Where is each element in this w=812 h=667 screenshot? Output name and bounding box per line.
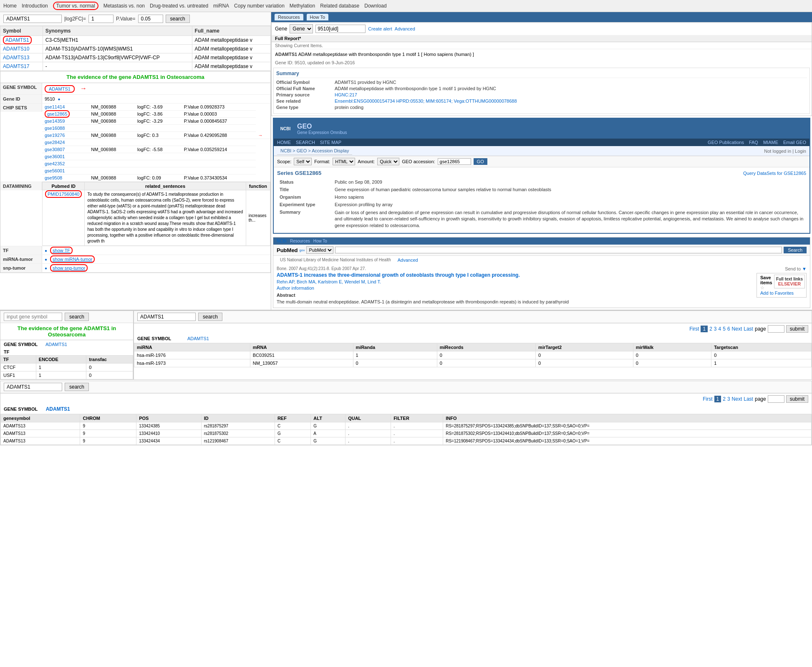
advanced-link[interactable]: Advanced xyxy=(395,26,415,31)
datamining-label: DATAMINING xyxy=(0,182,42,190)
gene-search-input[interactable] xyxy=(3,15,62,23)
gse16088-link[interactable]: gse16088 xyxy=(45,126,65,131)
snp-page-last[interactable]: Last xyxy=(744,396,753,402)
nav-introduction[interactable]: Introduction xyxy=(22,3,48,9)
nav-download[interactable]: Download xyxy=(364,3,386,9)
amount-select[interactable]: Quick xyxy=(377,158,399,165)
organism-value[interactable]: Homo sapiens xyxy=(333,194,805,200)
create-alert-link[interactable]: Create alert xyxy=(368,26,392,31)
pvalue-input[interactable] xyxy=(138,15,163,23)
page-last[interactable]: Last xyxy=(744,326,753,332)
geo-faq[interactable]: FAQ xyxy=(749,140,758,145)
query-datasets-link[interactable]: Query DataSets for GSE12865 xyxy=(743,171,806,176)
pubmed-search-button[interactable]: Search xyxy=(784,247,807,253)
page-2[interactable]: 2 xyxy=(709,326,712,332)
gse11414-link[interactable]: gse11414 xyxy=(45,104,65,109)
chip-logfc: logFC: -3.86 xyxy=(135,111,182,118)
geo-email[interactable]: Email GEO xyxy=(783,140,806,145)
gse12865-link[interactable]: gse12865 xyxy=(45,110,70,118)
gse19276-link[interactable]: gse19276 xyxy=(45,133,65,138)
gene-link-adamts1[interactable]: ADAMTS1 xyxy=(3,36,32,44)
pubmed-link[interactable]: PMID17560840 xyxy=(45,190,82,198)
snp-page-input[interactable] xyxy=(768,395,784,403)
snp-page-first[interactable]: First xyxy=(703,396,712,402)
geo-controls: Scope: Self Format: HTML Amount: Quick G… xyxy=(274,156,809,167)
mirna-gene-input[interactable] xyxy=(137,313,196,321)
gene-link-adamts10[interactable]: ADAMTS10 xyxy=(3,46,29,52)
submit-page-button[interactable]: submit xyxy=(786,325,808,333)
snp-page-next[interactable]: Next xyxy=(732,396,742,402)
mirtarget-1: 0 xyxy=(536,351,633,359)
search-button[interactable]: search xyxy=(166,15,190,23)
logfc-input[interactable] xyxy=(88,15,113,23)
nav-drug[interactable]: Drug-treated vs. untreated xyxy=(150,3,208,9)
gse56001-link[interactable]: gse56001 xyxy=(45,168,65,173)
sentences-col-header: related_sentences xyxy=(85,182,246,190)
gse28424-link[interactable]: gse28424 xyxy=(45,140,65,145)
gse42352-link[interactable]: gse42352 xyxy=(45,161,65,166)
gene-uid-input[interactable] xyxy=(315,25,366,33)
nav-home[interactable]: Home xyxy=(3,3,17,9)
snp-gene-input[interactable] xyxy=(4,383,62,391)
geo-nav-sitemap[interactable]: SITE MAP xyxy=(320,140,341,145)
show-mirna-link[interactable]: show miRNA-tumor xyxy=(50,255,95,263)
gse36001-link[interactable]: gse36001 xyxy=(45,154,65,159)
evidence-gene-name: ADAMTS1 xyxy=(133,74,159,80)
page-1-current[interactable]: 1 xyxy=(701,326,708,332)
scope-select[interactable]: Self xyxy=(294,158,312,165)
pubmed-title[interactable]: ADAMTS-1 increases the three-dimensional… xyxy=(277,272,753,278)
snp-page-3[interactable]: 3 xyxy=(727,396,730,402)
go-button[interactable]: GO xyxy=(474,158,487,165)
format-select[interactable]: HTML xyxy=(333,158,355,165)
page-3[interactable]: 3 xyxy=(714,326,717,332)
primary-source-val[interactable]: HGNC:217 xyxy=(335,92,807,97)
title-row: Title Gene expression of human paediatri… xyxy=(278,186,805,193)
show-snp-link[interactable]: show snp-tumor xyxy=(50,264,88,272)
accession-input[interactable] xyxy=(438,158,471,165)
snp-page-1-current[interactable]: 1 xyxy=(714,396,721,402)
page-6[interactable]: 6 xyxy=(727,326,730,332)
add-favorites-link[interactable]: Add to Favorites xyxy=(760,291,794,296)
page-5[interactable]: 5 xyxy=(723,326,726,332)
snp-col-chrom: CHROM xyxy=(80,414,136,422)
nav-related[interactable]: Related database xyxy=(320,3,359,9)
gene-select[interactable]: Gene xyxy=(290,24,313,33)
snp-search-button[interactable]: search xyxy=(65,383,89,391)
gene-link-adamts13[interactable]: ADAMTS13 xyxy=(3,55,29,61)
page-first[interactable]: First xyxy=(689,326,699,332)
pubmed-authors[interactable]: Rehn AP, Birch MA, Karlstrom E, Wendel M… xyxy=(277,279,753,284)
tf-gene-input[interactable] xyxy=(4,313,62,321)
show-tf-link[interactable]: show TF xyxy=(50,247,73,254)
nav-mirna[interactable]: miRNA xyxy=(213,3,229,9)
page-next[interactable]: Next xyxy=(732,326,742,332)
gene-link-adamts17[interactable]: ADAMTS17 xyxy=(3,63,29,69)
ncbi-gene-desc: ADAM metallopeptidase with thrombospondi… xyxy=(298,52,474,57)
nav-copy[interactable]: Copy number variation xyxy=(234,3,285,9)
pubmed-select[interactable]: PubMed xyxy=(306,246,333,254)
gse14359-link[interactable]: gse14359 xyxy=(45,119,65,124)
gse9508-link[interactable]: gse9508 xyxy=(45,175,62,180)
geo-publications[interactable]: GEO Publications xyxy=(708,140,744,145)
snp-page-2[interactable]: 2 xyxy=(723,396,726,402)
author-info-toggle[interactable]: Author information xyxy=(277,285,314,291)
page-4[interactable]: 4 xyxy=(719,326,721,332)
tf-encode-ctcf: 1 xyxy=(36,363,86,371)
snp-submit-button[interactable]: submit xyxy=(786,395,808,403)
nav-tumor[interactable]: Tumor vs. normal xyxy=(53,2,98,10)
chip-row: gse36001 xyxy=(42,153,270,160)
howto-tab[interactable]: How To xyxy=(307,14,328,20)
gse30807-link[interactable]: gse30807 xyxy=(45,147,65,152)
page-number-input[interactable] xyxy=(768,325,784,333)
nav-methylation[interactable]: Methylation xyxy=(290,3,315,9)
advanced-search-link[interactable]: Advanced xyxy=(398,258,418,263)
tf-transfac-usf1: 0 xyxy=(86,371,133,379)
mirna-search-button[interactable]: search xyxy=(198,313,222,321)
resources-tab[interactable]: Resources xyxy=(275,14,303,20)
nav-metastasis[interactable]: Metastasis vs. non xyxy=(103,3,145,9)
geo-nav-home[interactable]: HOME xyxy=(277,140,291,145)
geo-nav-search[interactable]: SEARCH xyxy=(296,140,315,145)
pubmed-search-input[interactable] xyxy=(335,247,782,253)
see-related-val[interactable]: Ensembl:ENSG00000154734 HPRD:05530; MIM:… xyxy=(335,99,807,104)
geo-miame[interactable]: MIAME xyxy=(763,140,778,145)
tf-search-button[interactable]: search xyxy=(65,313,89,321)
